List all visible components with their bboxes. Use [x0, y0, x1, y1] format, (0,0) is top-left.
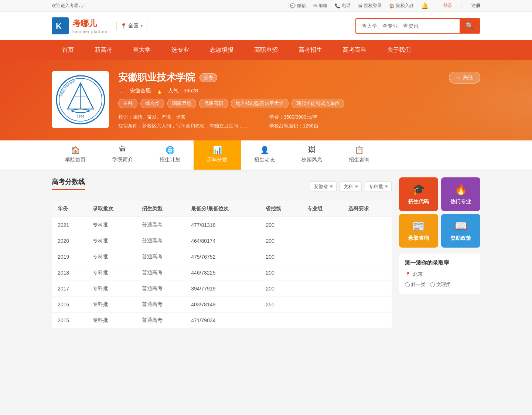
- wechat-icon: 💬: [290, 3, 296, 8]
- tab-label: 招生咨询: [349, 157, 369, 163]
- widget-label: 资助政策: [450, 235, 471, 242]
- table-cell: [260, 313, 301, 329]
- radio-keyi[interactable]: 科一类: [405, 281, 426, 288]
- chevron-down-icon: ▼: [140, 24, 144, 28]
- table-cell: 普通高考: [136, 217, 185, 233]
- school-name: 安徽职业技术学院: [118, 71, 195, 84]
- table-cell: 200: [260, 249, 301, 265]
- widget-card-资助政策[interactable]: 📖资助政策: [441, 214, 480, 248]
- follow-button[interactable]: ☆ 关注: [449, 72, 480, 84]
- tab-学院简介[interactable]: 🏛学院简介: [99, 140, 146, 170]
- table-cell: [301, 313, 342, 329]
- welcome-text: 欢迎进入考哪儿！: [52, 3, 87, 9]
- radio-wenli[interactable]: 文理类: [430, 281, 451, 288]
- test-location: 📍 北京: [405, 271, 474, 278]
- tab-icon: 🏠: [71, 146, 80, 154]
- bell-icon[interactable]: 🔔: [421, 2, 429, 9]
- nav-item-高考招生[interactable]: 高考招生: [288, 40, 332, 60]
- widget-card-热门专业[interactable]: 🔥热门专业: [441, 177, 480, 211]
- table-cell: 475/76752: [185, 249, 260, 265]
- subject-filter[interactable]: 文科 理科: [340, 181, 362, 191]
- table-cell: [301, 233, 342, 249]
- school-register-link[interactable]: 🏠 院校入驻: [389, 3, 414, 9]
- tab-学院首页[interactable]: 🏠学院首页: [52, 140, 99, 170]
- email-link[interactable]: ✉ 邮箱: [313, 3, 327, 9]
- nav-item-高考百科[interactable]: 高考百科: [332, 40, 377, 60]
- login-button[interactable]: 登录: [443, 3, 452, 9]
- table-cell: 200: [260, 233, 301, 249]
- logo-text-group: 考哪儿 kaonaer platform: [72, 18, 109, 34]
- table-cell: [301, 249, 342, 265]
- tab-icon: 📋: [355, 146, 364, 154]
- table-cell: 专科批: [87, 249, 136, 265]
- table-cell: 403/78149: [185, 297, 260, 313]
- tab-icon: 📊: [213, 146, 222, 154]
- phone-link[interactable]: 📞 电话: [335, 3, 351, 9]
- widget-icon: 🔥: [454, 183, 467, 195]
- svg-text:1958: 1958: [76, 115, 84, 118]
- nav-item-高职单招[interactable]: 高职单招: [244, 40, 288, 60]
- search-input[interactable]: [356, 20, 460, 32]
- widget-icon: 🎓: [412, 183, 425, 195]
- location-icon: 📍: [118, 88, 125, 94]
- school-badge: 公办: [200, 73, 217, 82]
- school-hero: 1958 安徽职业技术学院 安徽职业技术学院 公办 ☆ 关注: [0, 60, 532, 140]
- nav-item-首页[interactable]: 首页: [52, 40, 84, 60]
- header: K 考哪儿 kaonaer platform 📍 全国 ▼ 🔍: [0, 12, 532, 40]
- table-cell: 普通高考: [136, 281, 185, 297]
- table-cell: 446/78225: [185, 265, 260, 281]
- col-header: 最低分/最低位次: [185, 201, 260, 217]
- province-filter[interactable]: 安徽省 北京 上海: [310, 181, 337, 191]
- test-widget: 测一测你的录取率 📍 北京 科一类 文理类: [399, 254, 480, 294]
- table-cell: [342, 249, 392, 265]
- batch-filter[interactable]: 专科批 本科批: [365, 181, 392, 191]
- table-cell: 2017: [52, 281, 87, 297]
- table-cell: 2018: [52, 265, 87, 281]
- table-cell: 2019: [52, 249, 87, 265]
- table-cell: [342, 297, 392, 313]
- table-cell: 普通高考: [136, 233, 185, 249]
- school-tag: 现代学徒制试点单位: [291, 99, 344, 108]
- col-header: 选科要求: [342, 201, 392, 217]
- widget-card-录取查询[interactable]: 📰录取查询: [399, 214, 438, 248]
- nav-item-新高考[interactable]: 新高考: [84, 40, 123, 60]
- school-tag: 国家示范: [167, 99, 196, 108]
- tab-label: 招生计划: [160, 157, 180, 163]
- table-cell: [342, 265, 392, 281]
- nav-item-查大学[interactable]: 查大学: [123, 40, 161, 60]
- table-cell: 2020: [52, 233, 87, 249]
- tab-校园风光[interactable]: 🖼校园风光: [288, 140, 335, 170]
- svg-text:K: K: [56, 21, 62, 31]
- divider2: ｜: [460, 3, 464, 9]
- search-button[interactable]: 🔍: [460, 19, 480, 33]
- phone-icon: 📞: [335, 3, 340, 8]
- score-table: 年份录取批次招生类型最低分/最低位次省控线专业组选科要求 2021专科批普通高考…: [52, 201, 392, 329]
- nav-item-选专业[interactable]: 选专业: [161, 40, 200, 60]
- table-cell: 200: [260, 281, 301, 297]
- tab-招生计划[interactable]: 🌐招生计划: [146, 140, 194, 170]
- location-label: 全国: [128, 23, 139, 29]
- logo-area: K 考哪儿 kaonaer platform 📍 全国 ▼: [52, 17, 147, 34]
- tab-label: 校园风光: [301, 156, 322, 163]
- school-tag: 专科: [118, 99, 137, 108]
- test-radio-row: 科一类 文理类: [405, 281, 474, 288]
- col-header: 招生类型: [136, 201, 185, 217]
- nav-item-关于我们[interactable]: 关于我们: [377, 40, 421, 60]
- tab-招生咨询[interactable]: 📋招生咨询: [335, 140, 383, 170]
- location-pin-icon2: 📍: [405, 272, 411, 277]
- widget-card-招生代码[interactable]: 🎓招生代码: [399, 177, 438, 211]
- school-tag: 地方技能型高水平大学: [231, 99, 289, 108]
- table-cell: 普通高考: [136, 265, 185, 281]
- col-header: 省控线: [260, 201, 301, 217]
- wechat-link[interactable]: 💬 微信: [290, 3, 306, 9]
- school-login-link[interactable]: 🏛 院校登录: [358, 3, 382, 9]
- tab-历年分数[interactable]: 📊历年分数: [194, 140, 241, 170]
- table-cell: 2021: [52, 217, 87, 233]
- location-selector[interactable]: 📍 全国 ▼: [116, 21, 148, 31]
- nav-item-志愿填报[interactable]: 志愿填报: [200, 40, 244, 60]
- tab-招生动态[interactable]: 👤招生动态: [241, 140, 288, 170]
- filter-selects: 安徽省 北京 上海 文科 理科 专科批 本科批: [310, 181, 392, 191]
- widget-icon: 📖: [454, 220, 467, 232]
- register-button[interactable]: 注册: [471, 3, 480, 9]
- table-row: 2021专科批普通高考477/81318200: [52, 217, 392, 233]
